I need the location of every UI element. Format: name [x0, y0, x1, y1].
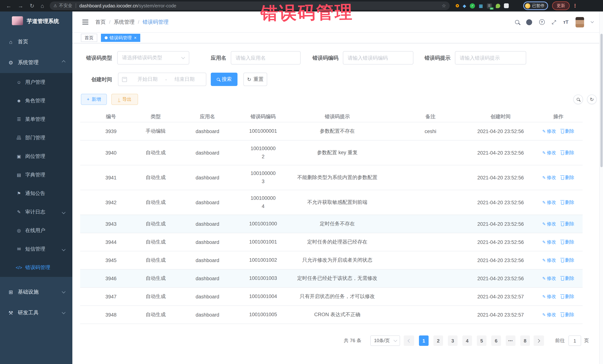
table-row[interactable]: 3940 自动生成 dashboard 100100000 2 参数配置 key…: [80, 141, 583, 165]
table-row[interactable]: 3942 自动生成 dashboard 100100000 4 不允许获取敏感配…: [80, 190, 583, 215]
security-chip[interactable]: 不安全: [59, 3, 72, 9]
sidebar-item-home[interactable]: ⌂ 首页: [0, 32, 72, 52]
table-row[interactable]: 3947 自动生成 dashboard 1001001004 只有开启状态的任务…: [80, 288, 583, 306]
delete-link[interactable]: 删除: [561, 239, 574, 245]
sidebar-subitem[interactable]: ☻ 角色管理: [0, 92, 72, 110]
check-ext-icon[interactable]: ✓: [470, 3, 475, 8]
code-input[interactable]: [348, 55, 408, 61]
page-button[interactable]: 2: [433, 335, 443, 346]
sidebar-subitem[interactable]: ⚑ 通知公告: [0, 184, 72, 203]
page-button[interactable]: 4: [462, 335, 472, 346]
sidebar-subitem[interactable]: ▣ 岗位管理: [0, 147, 72, 166]
star-icon[interactable]: ☆: [442, 3, 446, 9]
prev-page-button[interactable]: [404, 335, 414, 346]
reset-button[interactable]: ↻ 重置: [244, 73, 267, 86]
sidebar-subitem[interactable]: ☰ 菜单管理: [0, 110, 72, 129]
profile-paused-chip[interactable]: 已暂停: [523, 1, 548, 10]
table-row[interactable]: 3948 自动生成 dashboard 1001001005 CRON 表达式不…: [80, 306, 583, 324]
delete-link[interactable]: 删除: [561, 199, 574, 206]
reload-icon[interactable]: ↻: [30, 2, 34, 9]
help-icon[interactable]: ?: [539, 19, 545, 25]
edit-link[interactable]: ✎修改: [542, 128, 556, 134]
sidebar-subitem[interactable]: </> 错误码管理: [0, 258, 72, 277]
sidebar-item-devtools[interactable]: ⚒ 研发工具: [0, 302, 72, 323]
next-page-button[interactable]: [533, 335, 544, 346]
page-button[interactable]: 3: [448, 335, 458, 346]
page-button[interactable]: 8: [520, 335, 530, 346]
fontsize-icon[interactable]: тT: [563, 19, 568, 25]
date-end[interactable]: 结束日期: [167, 76, 202, 83]
extension-green-icon[interactable]: [496, 3, 500, 8]
refresh-table-button[interactable]: ↻: [587, 95, 597, 104]
page-size-select[interactable]: 10条/页: [370, 335, 400, 346]
edit-link[interactable]: ✎修改: [542, 199, 556, 206]
breadcrumb-system[interactable]: 系统管理: [114, 19, 135, 25]
puzzle-icon[interactable]: [504, 3, 509, 8]
delete-link[interactable]: 删除: [561, 221, 574, 227]
sidebar-subitem[interactable]: ◎ 在线用户: [0, 221, 72, 240]
type-select[interactable]: 请选择错误码类型: [117, 51, 189, 65]
delete-link[interactable]: 删除: [561, 257, 574, 263]
scrollbar-thumb[interactable]: [600, 34, 603, 167]
sidebar-subitem[interactable]: 品 部门管理: [0, 129, 72, 147]
forward-icon[interactable]: →: [18, 3, 23, 9]
back-icon[interactable]: ←: [6, 3, 12, 9]
table-row[interactable]: 3945 自动生成 dashboard 1001001002 只允许修改为开启或…: [80, 251, 583, 269]
edit-link[interactable]: ✎修改: [542, 257, 556, 263]
date-start[interactable]: 开始日期: [130, 76, 165, 83]
add-button[interactable]: + 新增: [81, 94, 107, 105]
fullscreen-icon[interactable]: ⤢: [552, 19, 556, 25]
gem-ext-icon[interactable]: ◆: [463, 3, 466, 8]
sidebar-item-infra[interactable]: ⊞ 基础设施: [0, 282, 72, 302]
search-button[interactable]: 搜索: [211, 73, 237, 86]
browser-update-button[interactable]: 更新: [552, 1, 570, 10]
sidebar-item-system[interactable]: ⚙ 系统管理: [0, 52, 72, 73]
delete-link[interactable]: 删除: [561, 311, 574, 318]
table-row[interactable]: 3939 手动编辑 dashboard 1001000001 参数配置不存在 c…: [80, 122, 583, 141]
chevron-down-icon[interactable]: [591, 20, 594, 23]
delete-link[interactable]: 删除: [561, 150, 574, 156]
edit-link[interactable]: ✎修改: [542, 275, 556, 282]
edit-link[interactable]: ✎修改: [542, 221, 556, 227]
user-avatar[interactable]: [576, 17, 584, 27]
tab-error-code[interactable]: 错误码管理 ×: [101, 34, 140, 42]
app-input[interactable]: [236, 55, 296, 61]
collapse-sidebar-icon[interactable]: [82, 20, 88, 24]
tab-home[interactable]: 首页: [81, 34, 97, 42]
page-button[interactable]: 6: [491, 335, 501, 346]
github-icon[interactable]: [526, 19, 532, 25]
url-bar[interactable]: ⚠ 不安全 dashboard.yudao.iocoder.cn /system…: [50, 1, 450, 10]
table-row[interactable]: 3941 自动生成 dashboard 100100000 3 不能删除类型为系…: [80, 165, 583, 190]
delete-link[interactable]: 删除: [561, 128, 574, 134]
breadcrumb-home[interactable]: 首页: [95, 19, 106, 25]
date-range-picker[interactable]: 开始日期 - 结束日期: [118, 73, 206, 86]
sidebar-subitem[interactable]: ▤ 字典管理: [0, 166, 72, 184]
msg-input[interactable]: [460, 55, 521, 61]
table-row[interactable]: 3943 自动生成 dashboard 1001001000 定时任务不存在 2…: [80, 215, 583, 233]
list-ext-icon[interactable]: ☰on: [487, 3, 492, 8]
edit-link[interactable]: ✎修改: [542, 150, 556, 156]
sidebar-subitem[interactable]: ✉ 短信管理: [0, 240, 72, 258]
edit-link[interactable]: ✎修改: [542, 293, 556, 300]
sidebar-logo[interactable]: 芋道管理系统: [0, 11, 72, 32]
edit-link[interactable]: ✎修改: [542, 174, 556, 181]
scrollbar[interactable]: [599, 11, 603, 364]
goto-page-input[interactable]: [568, 335, 581, 346]
export-button[interactable]: ↓ 导出: [111, 94, 138, 105]
page-button[interactable]: 5: [477, 335, 487, 346]
sidebar-subitem[interactable]: ☺ 用户管理: [0, 73, 72, 92]
edit-link[interactable]: ✎修改: [542, 311, 556, 318]
table-row[interactable]: 3944 自动生成 dashboard 1001001001 定时任务的处理器已…: [80, 233, 583, 251]
delete-link[interactable]: 删除: [561, 275, 574, 282]
grid-ext-icon[interactable]: ▦: [479, 3, 483, 8]
extension-orange-icon[interactable]: [456, 4, 459, 7]
close-icon[interactable]: ×: [134, 35, 137, 40]
search-icon[interactable]: [515, 20, 519, 24]
table-row[interactable]: 3946 自动生成 dashboard 1001001003 定时任务已经处于该…: [80, 269, 583, 288]
kebab-icon[interactable]: ⋮: [573, 0, 577, 11]
toggle-search-button[interactable]: [573, 95, 583, 104]
page-button[interactable]: •••: [506, 335, 515, 346]
home-icon[interactable]: ⌂: [41, 3, 44, 9]
delete-link[interactable]: 删除: [561, 293, 574, 300]
edit-link[interactable]: ✎修改: [542, 239, 556, 245]
